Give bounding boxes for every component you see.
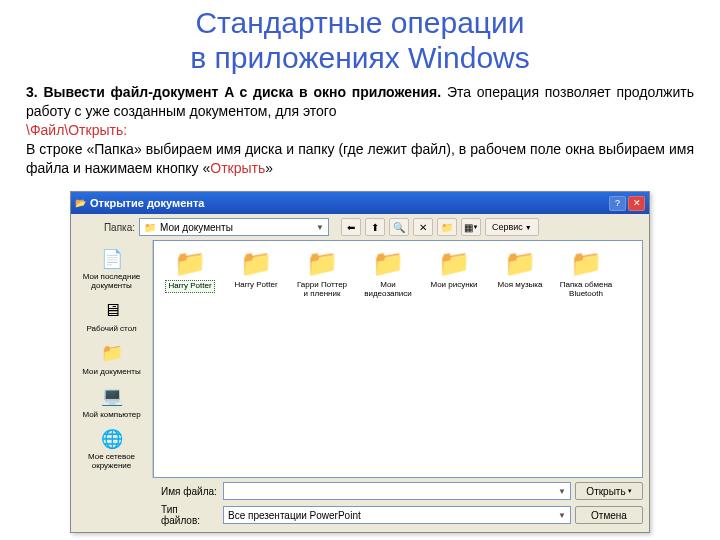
lookin-toolbar: Папка: 📁 Мои документы ▼ ⬅ ⬆ 🔍 ✕ 📁 ▦▼ Се… [71, 214, 649, 240]
folder-icon: 📁 [570, 249, 602, 278]
folder-label: Моя музыка [496, 280, 545, 291]
lookin-value: Мои документы [160, 222, 233, 233]
desktop-icon: 🖥 [98, 299, 126, 323]
recent-icon: 📄 [98, 247, 126, 271]
folder-icon: 📁 [438, 249, 470, 278]
folder-item[interactable]: 📁 Мои рисунки [424, 249, 484, 469]
close-button[interactable]: ✕ [628, 196, 645, 211]
folder-icon: 📁 [240, 249, 272, 278]
title-line-1: Стандартные операции [0, 6, 720, 41]
folder-label: Мои видеозаписи [358, 280, 418, 300]
tools-dropdown[interactable]: Сервис ▼ [485, 218, 539, 236]
chevron-down-icon: ▼ [558, 511, 566, 520]
folder-icon: 📁 [504, 249, 536, 278]
place-desktop[interactable]: 🖥 Рабочий стол [74, 296, 149, 337]
dialog-body: 📄 Мои последние документы 🖥 Рабочий стол… [71, 240, 649, 478]
menu-path: \Файл\Открыть: [26, 121, 694, 140]
paragraph-2: В строке «Папка» выбираем имя диска и па… [26, 140, 694, 178]
p2-a: В строке «Папка» выбираем имя диска и па… [26, 141, 694, 176]
folder-icon: 📁 [144, 222, 156, 233]
search-button[interactable]: 🔍 [389, 218, 409, 236]
title-line-2: в приложениях Windows [0, 41, 720, 76]
folder-item[interactable]: 📁 Harry Potter [160, 249, 220, 469]
network-icon: 🌐 [98, 427, 126, 451]
body-text: 3. Вывести файл-документ A с диска в окн… [0, 79, 720, 185]
folder-icon: 📁 [372, 249, 404, 278]
filetype-value: Все презентации PowerPoint [228, 510, 361, 521]
folder-label: Гарри Поттер и пленник [292, 280, 352, 300]
back-button[interactable]: ⬅ [341, 218, 361, 236]
place-label: Мое сетевое окружение [75, 453, 148, 471]
bottom-panel: Имя файла: ▼ Открыть ▾ Тип файлов: Все п… [71, 478, 649, 532]
place-computer[interactable]: 💻 Мой компьютер [74, 382, 149, 423]
lookin-dropdown[interactable]: 📁 Мои документы ▼ [139, 218, 329, 236]
folder-item[interactable]: 📁 Гарри Поттер и пленник [292, 249, 352, 469]
dialog-title: Открытие документа [90, 197, 607, 209]
p1-bold: 3. Вывести файл-документ A с диска в окн… [26, 84, 441, 100]
filename-input[interactable]: ▼ [223, 482, 571, 500]
folder-label: Папка обмена Bluetooth [556, 280, 616, 300]
views-button[interactable]: ▦▼ [461, 218, 481, 236]
folder-item[interactable]: 📁 Папка обмена Bluetooth [556, 249, 616, 469]
slide-title: Стандартные операции в приложениях Windo… [0, 0, 720, 79]
open-label: Открыть [586, 486, 625, 497]
p2-highlight: Открыть [210, 160, 265, 176]
open-file-dialog: 📂 Открытие документа ? ✕ Папка: 📁 Мои до… [70, 191, 650, 533]
place-label: Рабочий стол [86, 325, 136, 334]
place-mydocs[interactable]: 📁 Мои документы [74, 339, 149, 380]
filetype-select[interactable]: Все презентации PowerPoint ▼ [223, 506, 571, 524]
chevron-down-icon: ▼ [558, 487, 566, 496]
paragraph-1: 3. Вывести файл-документ A с диска в окн… [26, 83, 694, 121]
word-icon: 📂 [75, 198, 86, 208]
place-recent[interactable]: 📄 Мои последние документы [74, 244, 149, 294]
help-button[interactable]: ? [609, 196, 626, 211]
chevron-down-icon: ▾ [628, 487, 632, 495]
place-label: Мои последние документы [75, 273, 148, 291]
titlebar: 📂 Открытие документа ? ✕ [71, 192, 649, 214]
filetype-label: Тип файлов: [161, 504, 219, 526]
folder-item[interactable]: 📁 Моя музыка [490, 249, 550, 469]
up-button[interactable]: ⬆ [365, 218, 385, 236]
mydocs-icon: 📁 [98, 342, 126, 366]
delete-button[interactable]: ✕ [413, 218, 433, 236]
place-label: Мои документы [82, 368, 140, 377]
folder-icon: 📁 [306, 249, 338, 278]
chevron-down-icon: ▼ [525, 224, 532, 231]
places-bar: 📄 Мои последние документы 🖥 Рабочий стол… [71, 240, 153, 478]
cancel-button[interactable]: Отмена [575, 506, 643, 524]
filetype-row: Тип файлов: Все презентации PowerPoint ▼… [161, 504, 643, 526]
tools-label: Сервис [492, 222, 523, 232]
file-list[interactable]: 📁 Harry Potter 📁 Harry Potter 📁 Гарри По… [153, 240, 643, 478]
chevron-down-icon: ▼ [316, 223, 324, 232]
place-network[interactable]: 🌐 Мое сетевое окружение [74, 424, 149, 474]
filename-row: Имя файла: ▼ Открыть ▾ [161, 482, 643, 500]
computer-icon: 💻 [98, 385, 126, 409]
folder-label: Harry Potter [165, 280, 214, 293]
lookin-label: Папка: [77, 222, 135, 233]
p2-b: » [265, 160, 273, 176]
newfolder-button[interactable]: 📁 [437, 218, 457, 236]
folder-label: Мои рисунки [428, 280, 479, 291]
folder-item[interactable]: 📁 Harry Potter [226, 249, 286, 469]
folder-label: Harry Potter [232, 280, 279, 291]
open-button[interactable]: Открыть ▾ [575, 482, 643, 500]
folder-item[interactable]: 📁 Мои видеозаписи [358, 249, 418, 469]
filename-label: Имя файла: [161, 486, 219, 497]
place-label: Мой компьютер [82, 411, 140, 420]
folder-icon: 📁 [174, 249, 206, 278]
